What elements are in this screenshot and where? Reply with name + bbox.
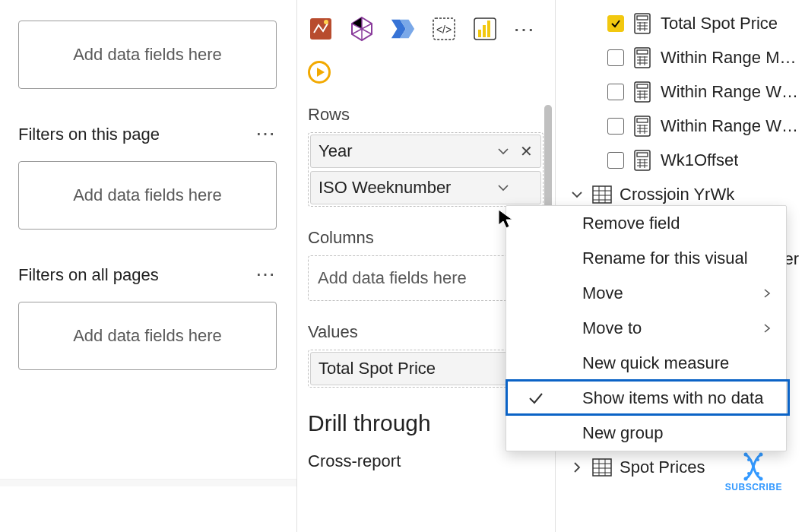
menu-show-no-data[interactable]: Show items with no data — [506, 381, 786, 416]
filter-section-all: Filters on all pages ⋯ — [18, 263, 284, 287]
measure-icon — [633, 81, 651, 103]
svg-point-59 — [752, 465, 755, 468]
subscribe-badge[interactable]: SUBSCRIBE — [725, 451, 782, 492]
menu-label: Remove field — [582, 214, 680, 233]
chevron-down-icon[interactable] — [496, 181, 510, 195]
svg-point-56 — [759, 453, 763, 457]
filters-pane: Add data fields here Filters on this pag… — [0, 0, 296, 486]
dropzone-text: Add data fields here — [73, 45, 222, 65]
chevron-right-icon[interactable] — [569, 460, 585, 475]
menu-label: Show items with no data — [582, 388, 763, 408]
svg-rect-9 — [637, 16, 648, 20]
field-label: Total Spot Price — [661, 14, 778, 33]
check-icon — [528, 390, 544, 407]
field-label: Wk1Offset — [661, 150, 738, 170]
filter-dropzone[interactable]: Add data fields here — [18, 302, 277, 370]
svg-rect-23 — [637, 84, 648, 88]
table-icon — [592, 185, 612, 204]
svg-point-61 — [756, 472, 759, 475]
field-label: Within Range W… — [661, 116, 798, 136]
filter-section-page: Filters on this page ⋯ — [18, 122, 284, 146]
rows-label: Rows — [308, 105, 555, 125]
filled-map-icon[interactable] — [308, 16, 334, 42]
menu-label: Move — [582, 283, 623, 303]
remove-icon[interactable]: ✕ — [520, 142, 533, 160]
analytics-play-icon[interactable] — [308, 61, 331, 84]
pane-divider — [0, 479, 296, 486]
ellipsis-icon[interactable]: ⋯ — [255, 263, 284, 287]
power-automate-icon[interactable] — [390, 16, 416, 42]
svg-rect-7 — [487, 21, 490, 37]
power-bi-visual-icon[interactable] — [472, 16, 498, 42]
field-within-range-w1[interactable]: Within Range W… — [556, 74, 805, 109]
menu-label: Move to — [582, 318, 642, 338]
menu-label: New group — [582, 423, 663, 443]
svg-point-1 — [324, 20, 328, 24]
checkbox[interactable] — [607, 84, 624, 100]
pill-label: Total Spot Price — [319, 359, 436, 378]
svg-rect-6 — [483, 25, 486, 37]
table-label: Crossjoin YrWk — [620, 185, 734, 204]
svg-point-60 — [747, 472, 750, 475]
svg-point-58 — [756, 458, 759, 461]
table-icon — [592, 458, 612, 477]
field-label: Within Range W… — [661, 82, 798, 102]
measure-icon — [633, 116, 651, 137]
checkbox[interactable] — [607, 118, 624, 135]
field-total-spot-price[interactable]: Total Spot Price — [556, 6, 805, 40]
chevron-right-icon — [762, 288, 772, 299]
menu-move[interactable]: Move — [506, 276, 786, 311]
field-within-range-m[interactable]: Within Range M… — [556, 40, 805, 74]
script-visual-icon[interactable]: </> — [431, 16, 457, 42]
checkbox-checked[interactable] — [607, 15, 624, 32]
subscribe-text: SUBSCRIBE — [725, 482, 782, 492]
svg-point-57 — [747, 458, 750, 461]
context-menu: Remove field Rename for this visual Move… — [506, 205, 787, 451]
menu-label: Rename for this visual — [582, 249, 748, 268]
rows-well[interactable]: Year ✕ ISO Weeknumber — [308, 132, 544, 207]
svg-rect-16 — [637, 50, 648, 54]
checkbox[interactable] — [607, 49, 624, 66]
pill-label: Year — [319, 141, 352, 161]
dna-icon — [738, 451, 769, 482]
field-wk1offset[interactable]: Wk1Offset — [556, 143, 805, 177]
chevron-right-icon — [762, 323, 772, 334]
dropzone-text: Add data fields here — [73, 326, 222, 346]
table-label: Spot Prices — [620, 458, 705, 477]
ellipsis-icon[interactable]: ⋯ — [255, 122, 284, 146]
checkbox[interactable] — [607, 152, 624, 169]
section-label: Filters on this page — [18, 125, 255, 144]
chevron-down-icon[interactable] — [496, 144, 510, 158]
menu-new-group[interactable]: New group — [506, 416, 786, 451]
svg-point-63 — [759, 477, 763, 481]
menu-remove-field[interactable]: Remove field — [506, 206, 786, 241]
menu-new-quick-measure[interactable]: New quick measure — [506, 346, 786, 381]
row-field-iso-weeknumber[interactable]: ISO Weeknumber — [310, 171, 541, 204]
cursor-icon — [497, 208, 514, 230]
filter-dropzone[interactable]: Add data fields here — [18, 21, 277, 89]
svg-rect-5 — [478, 30, 481, 37]
svg-rect-43 — [593, 186, 611, 203]
row-field-year[interactable]: Year ✕ — [310, 135, 541, 168]
cross-report-label: Cross-report — [308, 451, 401, 471]
svg-point-55 — [744, 453, 748, 457]
menu-rename[interactable]: Rename for this visual — [506, 241, 786, 276]
measure-icon — [633, 13, 651, 34]
svg-rect-30 — [637, 119, 648, 122]
field-label: Within Range M… — [661, 48, 797, 68]
cross-report-row: Cross-report — [308, 451, 544, 471]
measure-icon — [633, 150, 651, 171]
svg-rect-49 — [593, 459, 611, 476]
menu-move-to[interactable]: Move to — [506, 311, 786, 346]
svg-rect-37 — [637, 153, 648, 157]
shape-map-icon[interactable] — [349, 16, 375, 42]
svg-text:</>: </> — [436, 24, 452, 36]
filter-dropzone[interactable]: Add data fields here — [18, 161, 277, 230]
measure-icon — [633, 47, 651, 68]
dropzone-text: Add data fields here — [73, 185, 222, 205]
viz-type-icons-row: </> ⋯ — [308, 14, 555, 44]
chevron-down-icon[interactable] — [569, 187, 585, 202]
field-within-range-w2[interactable]: Within Range W… — [556, 109, 805, 143]
menu-label: New quick measure — [582, 353, 729, 373]
more-visuals-icon[interactable]: ⋯ — [513, 17, 536, 42]
